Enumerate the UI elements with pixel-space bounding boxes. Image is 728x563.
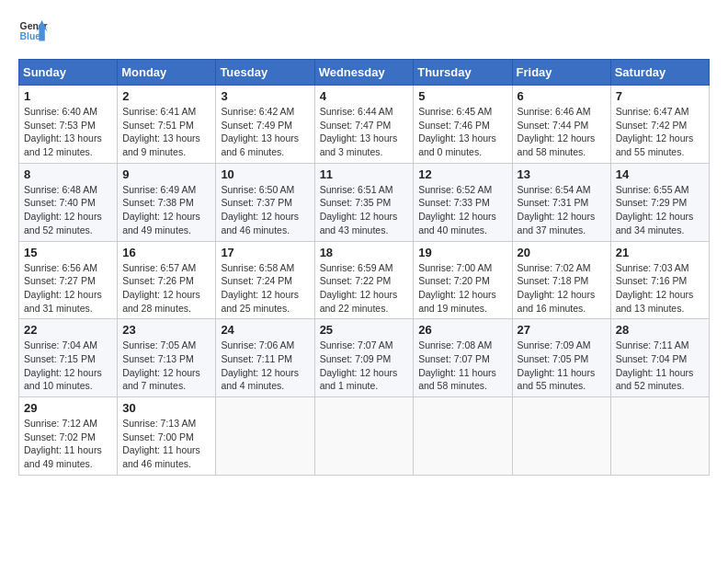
- day-detail: Sunrise: 6:52 AMSunset: 7:33 PMDaylight:…: [418, 183, 506, 237]
- day-number: 9: [122, 167, 210, 181]
- day-detail: Sunrise: 7:09 AMSunset: 7:05 PMDaylight:…: [518, 339, 606, 393]
- day-detail: Sunrise: 6:50 AMSunset: 7:37 PMDaylight:…: [221, 183, 309, 237]
- day-number: 13: [518, 167, 606, 181]
- day-detail: Sunrise: 6:57 AMSunset: 7:26 PMDaylight:…: [122, 261, 210, 316]
- logo-icon: General Blue: [18, 18, 48, 44]
- day-number: 18: [320, 246, 409, 259]
- day-number: 15: [24, 246, 112, 259]
- day-number: 25: [320, 323, 409, 337]
- day-detail: Sunrise: 6:47 AMSunset: 7:42 PMDaylight:…: [616, 105, 704, 159]
- day-detail: Sunrise: 6:45 AMSunset: 7:46 PMDaylight:…: [418, 105, 506, 159]
- calendar-cell: 17Sunrise: 6:58 AMSunset: 7:24 PMDayligh…: [216, 241, 314, 319]
- calendar-cell: 3Sunrise: 6:42 AMSunset: 7:49 PMDaylight…: [216, 86, 314, 164]
- calendar-cell: 24Sunrise: 7:06 AMSunset: 7:11 PMDayligh…: [216, 319, 314, 397]
- day-detail: Sunrise: 7:06 AMSunset: 7:11 PMDaylight:…: [221, 339, 309, 393]
- day-detail: Sunrise: 6:48 AMSunset: 7:40 PMDaylight:…: [24, 183, 112, 237]
- day-number: 23: [122, 323, 210, 337]
- calendar-cell: [414, 397, 512, 476]
- day-detail: Sunrise: 6:54 AMSunset: 7:31 PMDaylight:…: [518, 183, 606, 237]
- calendar-cell: 18Sunrise: 6:59 AMSunset: 7:22 PMDayligh…: [314, 241, 414, 319]
- day-detail: Sunrise: 6:49 AMSunset: 7:38 PMDaylight:…: [122, 183, 210, 237]
- day-number: 16: [122, 246, 210, 259]
- day-number: 26: [418, 323, 506, 337]
- calendar-cell: [216, 397, 314, 476]
- day-number: 12: [418, 167, 506, 181]
- day-number: 30: [122, 401, 210, 415]
- day-number: 24: [221, 323, 309, 337]
- day-number: 3: [221, 89, 309, 103]
- calendar-cell: 6Sunrise: 6:46 AMSunset: 7:44 PMDaylight…: [512, 86, 610, 164]
- calendar-week-1: 1Sunrise: 6:40 AMSunset: 7:53 PMDaylight…: [19, 86, 710, 164]
- day-header-wednesday: Wednesday: [314, 60, 414, 86]
- calendar-cell: 9Sunrise: 6:49 AMSunset: 7:38 PMDaylight…: [118, 163, 216, 241]
- day-detail: Sunrise: 7:11 AMSunset: 7:04 PMDaylight:…: [616, 339, 704, 393]
- day-detail: Sunrise: 6:55 AMSunset: 7:29 PMDaylight:…: [616, 183, 704, 237]
- day-header-sunday: Sunday: [19, 60, 118, 86]
- day-detail: Sunrise: 6:56 AMSunset: 7:27 PMDaylight:…: [24, 261, 112, 316]
- day-detail: Sunrise: 6:44 AMSunset: 7:47 PMDaylight:…: [320, 105, 409, 159]
- day-detail: Sunrise: 7:02 AMSunset: 7:18 PMDaylight:…: [518, 261, 606, 316]
- day-detail: Sunrise: 6:46 AMSunset: 7:44 PMDaylight:…: [518, 105, 606, 159]
- calendar-cell: 14Sunrise: 6:55 AMSunset: 7:29 PMDayligh…: [610, 163, 709, 241]
- calendar-cell: 8Sunrise: 6:48 AMSunset: 7:40 PMDaylight…: [19, 163, 118, 241]
- calendar-cell: 23Sunrise: 7:05 AMSunset: 7:13 PMDayligh…: [118, 319, 216, 397]
- calendar-cell: [512, 397, 610, 476]
- day-number: 29: [24, 401, 112, 415]
- day-number: 20: [518, 246, 606, 259]
- day-detail: Sunrise: 7:05 AMSunset: 7:13 PMDaylight:…: [122, 339, 210, 393]
- day-detail: Sunrise: 7:04 AMSunset: 7:15 PMDaylight:…: [24, 339, 112, 393]
- calendar-cell: [610, 397, 709, 476]
- calendar-cell: 4Sunrise: 6:44 AMSunset: 7:47 PMDaylight…: [314, 86, 414, 164]
- calendar-cell: 2Sunrise: 6:41 AMSunset: 7:51 PMDaylight…: [118, 86, 216, 164]
- day-number: 28: [616, 323, 704, 337]
- day-detail: Sunrise: 7:08 AMSunset: 7:07 PMDaylight:…: [418, 339, 506, 393]
- day-number: 21: [616, 246, 704, 259]
- calendar-cell: 25Sunrise: 7:07 AMSunset: 7:09 PMDayligh…: [314, 319, 414, 397]
- calendar-table: SundayMondayTuesdayWednesdayThursdayFrid…: [18, 59, 710, 476]
- calendar-cell: 11Sunrise: 6:51 AMSunset: 7:35 PMDayligh…: [314, 163, 414, 241]
- day-detail: Sunrise: 6:40 AMSunset: 7:53 PMDaylight:…: [24, 105, 112, 159]
- day-number: 27: [518, 323, 606, 337]
- day-header-thursday: Thursday: [414, 60, 512, 86]
- calendar-cell: 22Sunrise: 7:04 AMSunset: 7:15 PMDayligh…: [19, 319, 118, 397]
- day-detail: Sunrise: 6:42 AMSunset: 7:49 PMDaylight:…: [221, 105, 309, 159]
- day-number: 22: [24, 323, 112, 337]
- day-number: 14: [616, 167, 704, 181]
- day-detail: Sunrise: 6:59 AMSunset: 7:22 PMDaylight:…: [320, 261, 409, 316]
- day-header-friday: Friday: [512, 60, 610, 86]
- calendar-cell: [314, 397, 414, 476]
- day-detail: Sunrise: 7:13 AMSunset: 7:00 PMDaylight:…: [122, 417, 210, 471]
- calendar-cell: 27Sunrise: 7:09 AMSunset: 7:05 PMDayligh…: [512, 319, 610, 397]
- day-header-monday: Monday: [118, 60, 216, 86]
- calendar-cell: 30Sunrise: 7:13 AMSunset: 7:00 PMDayligh…: [118, 397, 216, 476]
- day-detail: Sunrise: 6:41 AMSunset: 7:51 PMDaylight:…: [122, 105, 210, 159]
- calendar-week-3: 15Sunrise: 6:56 AMSunset: 7:27 PMDayligh…: [19, 241, 710, 319]
- svg-text:Blue: Blue: [20, 31, 41, 41]
- calendar-cell: 29Sunrise: 7:12 AMSunset: 7:02 PMDayligh…: [19, 397, 118, 476]
- day-number: 1: [24, 89, 112, 103]
- calendar-week-2: 8Sunrise: 6:48 AMSunset: 7:40 PMDaylight…: [19, 163, 710, 241]
- day-number: 8: [24, 167, 112, 181]
- day-number: 17: [221, 246, 309, 259]
- calendar-week-5: 29Sunrise: 7:12 AMSunset: 7:02 PMDayligh…: [19, 397, 710, 476]
- day-number: 19: [418, 246, 506, 259]
- day-detail: Sunrise: 7:00 AMSunset: 7:20 PMDaylight:…: [418, 261, 506, 316]
- day-detail: Sunrise: 7:12 AMSunset: 7:02 PMDaylight:…: [24, 417, 112, 471]
- calendar-cell: 12Sunrise: 6:52 AMSunset: 7:33 PMDayligh…: [414, 163, 512, 241]
- day-header-tuesday: Tuesday: [216, 60, 314, 86]
- day-number: 10: [221, 167, 309, 181]
- logo: General Blue: [18, 18, 48, 44]
- day-detail: Sunrise: 6:51 AMSunset: 7:35 PMDaylight:…: [320, 183, 409, 237]
- day-detail: Sunrise: 7:03 AMSunset: 7:16 PMDaylight:…: [616, 261, 704, 316]
- calendar-cell: 19Sunrise: 7:00 AMSunset: 7:20 PMDayligh…: [414, 241, 512, 319]
- calendar-cell: 28Sunrise: 7:11 AMSunset: 7:04 PMDayligh…: [610, 319, 709, 397]
- day-number: 7: [616, 89, 704, 103]
- day-number: 5: [418, 89, 506, 103]
- calendar-week-4: 22Sunrise: 7:04 AMSunset: 7:15 PMDayligh…: [19, 319, 710, 397]
- page-header: General Blue: [18, 18, 710, 44]
- calendar-cell: 13Sunrise: 6:54 AMSunset: 7:31 PMDayligh…: [512, 163, 610, 241]
- calendar-cell: 21Sunrise: 7:03 AMSunset: 7:16 PMDayligh…: [610, 241, 709, 319]
- day-header-saturday: Saturday: [610, 60, 709, 86]
- day-number: 2: [122, 89, 210, 103]
- calendar-cell: 1Sunrise: 6:40 AMSunset: 7:53 PMDaylight…: [19, 86, 118, 164]
